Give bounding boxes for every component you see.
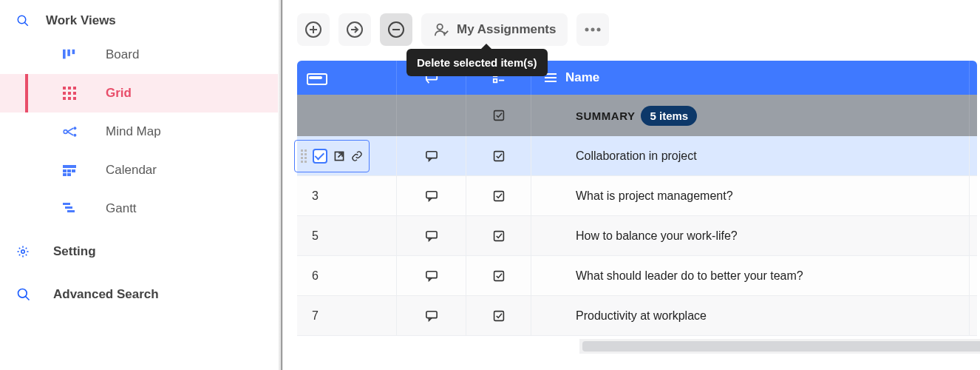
- check-icon[interactable]: [493, 310, 505, 322]
- svg-rect-13: [73, 97, 76, 100]
- check-icon[interactable]: [493, 230, 505, 242]
- svg-rect-21: [67, 169, 71, 172]
- svg-line-17: [67, 128, 73, 132]
- gear-icon: [16, 245, 53, 258]
- ellipsis-icon: [585, 27, 601, 32]
- sidebar-item-label: Gantt: [106, 201, 137, 216]
- sidebar-item-grid[interactable]: Grid: [0, 74, 282, 112]
- sidebar-item-label: Mind Map: [106, 124, 161, 139]
- sidebar-item-gantt[interactable]: Gantt: [0, 189, 282, 228]
- comment-icon[interactable]: [425, 150, 438, 162]
- svg-rect-56: [426, 191, 436, 198]
- scrollbar-thumb[interactable]: [582, 341, 980, 352]
- svg-rect-51: [494, 111, 503, 121]
- table-row[interactable]: 7 Productivity at workplace: [297, 296, 977, 336]
- svg-rect-57: [494, 191, 503, 201]
- svg-rect-27: [67, 210, 75, 212]
- svg-rect-54: [426, 151, 436, 158]
- svg-rect-5: [63, 87, 66, 90]
- row-name: Productivity at workplace: [576, 309, 707, 323]
- svg-point-16: [73, 134, 76, 137]
- svg-line-53: [338, 153, 342, 158]
- search-icon: [16, 287, 53, 302]
- comment-icon[interactable]: [425, 270, 438, 282]
- horizontal-scrollbar[interactable]: [579, 339, 980, 354]
- board-icon: [63, 49, 106, 61]
- table-row[interactable]: 5 How to balance your work-life?: [297, 216, 977, 256]
- svg-point-38: [438, 24, 443, 30]
- summary-count-badge: 5 items: [641, 106, 697, 126]
- delete-tooltip: Delete selected item(s): [406, 49, 548, 76]
- table-row[interactable]: 3 What is project management?: [297, 176, 977, 216]
- grid-header: Name: [297, 61, 977, 95]
- sidebar-item-mindmap[interactable]: Mind Map: [0, 112, 282, 151]
- my-assignments-label: My Assignments: [457, 22, 556, 37]
- calendar-icon: [63, 164, 106, 177]
- sidebar-item-advanced-search[interactable]: Advanced Search: [0, 275, 282, 314]
- select-all-header[interactable]: [297, 61, 397, 95]
- more-button[interactable]: [576, 13, 609, 46]
- row-number: 3: [312, 189, 319, 203]
- link-icon[interactable]: [351, 150, 363, 162]
- check-icon[interactable]: [493, 270, 505, 282]
- magnifier-icon: [16, 14, 46, 27]
- user-check-icon: [433, 21, 449, 38]
- work-views-label: Work Views: [46, 13, 116, 28]
- svg-rect-19: [63, 165, 76, 168]
- grid-table: Name SUMMARY 5 items: [297, 61, 977, 336]
- sidebar-item-label: Grid: [106, 86, 132, 101]
- svg-point-29: [18, 289, 27, 298]
- open-icon[interactable]: [333, 150, 345, 162]
- row-name: Collaboration in project: [576, 149, 697, 163]
- sidebar: Work Views Board Grid Mind Map Calendar …: [0, 0, 282, 370]
- arrow-right-circle-icon: [346, 21, 364, 38]
- sidebar-item-label: Board: [106, 47, 139, 62]
- gantt-icon: [63, 203, 106, 215]
- check-icon[interactable]: [493, 190, 505, 202]
- svg-point-40: [591, 28, 595, 32]
- svg-rect-62: [426, 311, 436, 317]
- svg-rect-7: [73, 87, 76, 90]
- my-assignments-button[interactable]: My Assignments: [421, 13, 568, 46]
- add-button[interactable]: [297, 13, 330, 46]
- grid-icon: [63, 87, 106, 100]
- check-icon[interactable]: [493, 150, 505, 162]
- comment-icon[interactable]: [425, 230, 438, 242]
- svg-rect-25: [63, 203, 70, 205]
- table-row[interactable]: 6 What should leader do to better your t…: [297, 256, 977, 296]
- table-row[interactable]: Collaboration in project: [297, 136, 977, 176]
- move-button[interactable]: [338, 13, 371, 46]
- column-name-label: Name: [565, 70, 599, 85]
- row-name: What should leader do to better your tea…: [576, 269, 803, 283]
- sidebar-item-setting[interactable]: Setting: [0, 232, 282, 271]
- delete-button[interactable]: Delete selected item(s): [380, 13, 412, 46]
- svg-rect-55: [494, 151, 503, 161]
- svg-rect-23: [63, 173, 67, 176]
- checkbox-icon: [493, 110, 505, 121]
- select-indicator-icon: [309, 76, 322, 79]
- sidebar-item-label: Advanced Search: [53, 287, 159, 302]
- svg-point-39: [585, 28, 589, 32]
- comment-icon[interactable]: [425, 190, 438, 202]
- svg-rect-3: [67, 50, 70, 56]
- sidebar-item-board[interactable]: Board: [0, 36, 282, 74]
- svg-point-41: [597, 28, 601, 32]
- row-number: 7: [312, 309, 319, 323]
- svg-line-18: [67, 132, 73, 135]
- svg-rect-58: [426, 231, 436, 238]
- row-name: How to balance your work-life?: [576, 229, 738, 243]
- drag-handle-icon[interactable]: [301, 149, 307, 163]
- main-area: Delete selected item(s) My Assignments: [282, 0, 980, 370]
- svg-rect-20: [63, 169, 67, 172]
- comment-icon[interactable]: [425, 310, 438, 322]
- sidebar-item-label: Calendar: [106, 163, 157, 178]
- row-checkbox[interactable]: [313, 149, 327, 164]
- column-header-name[interactable]: Name: [531, 61, 970, 95]
- svg-rect-63: [494, 311, 503, 320]
- svg-rect-4: [72, 50, 75, 54]
- svg-rect-8: [63, 92, 66, 95]
- sidebar-item-calendar[interactable]: Calendar: [0, 151, 282, 189]
- svg-rect-61: [494, 271, 503, 280]
- row-name: What is project management?: [576, 189, 733, 203]
- row-number: 5: [312, 229, 319, 243]
